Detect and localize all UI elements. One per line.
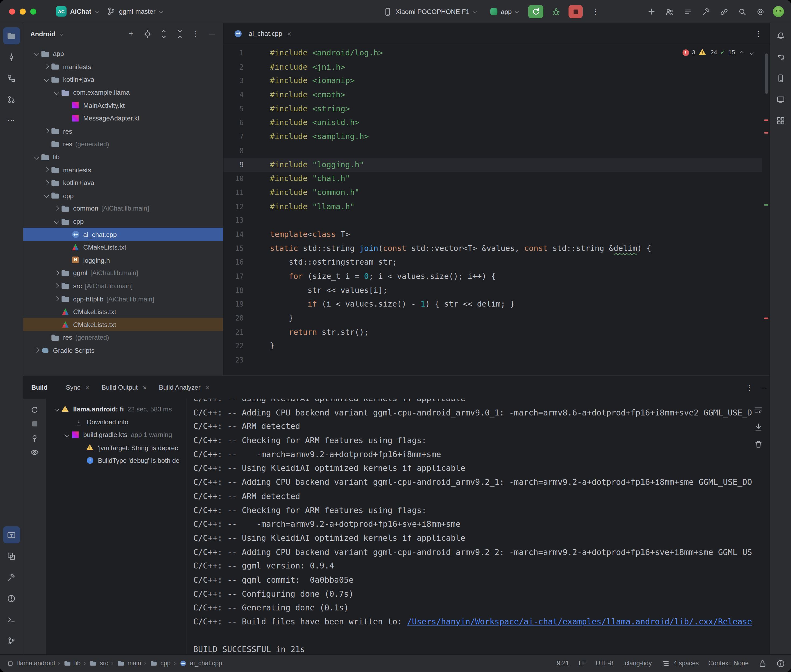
- code-line-15[interactable]: 15static std::string join(const std::vec…: [223, 242, 762, 256]
- chevron-right-icon[interactable]: [32, 347, 41, 355]
- device-pairing-button[interactable]: [716, 4, 732, 19]
- breadcrumb-cpp[interactable]: cpp: [149, 659, 171, 667]
- code-line-12[interactable]: 12#include "llama.h": [223, 200, 762, 214]
- tree-item-res[interactable]: res: [23, 125, 223, 138]
- tree-item-src[interactable]: src[AiChat.lib.main]: [23, 280, 223, 293]
- run-button[interactable]: [528, 5, 543, 18]
- app-inspection-tool-button[interactable]: [3, 547, 20, 565]
- editor-tab-ai-chat-cpp[interactable]: ai_chat.cpp: [228, 23, 298, 44]
- console-link[interactable]: /Users/hanyin/Workspace/ai-chat/examples…: [407, 617, 752, 627]
- analyzer-status[interactable]: .clang-tidy: [623, 660, 652, 667]
- tree-item-ai-chat-cpp[interactable]: ai_chat.cpp: [23, 228, 223, 241]
- filter-messages-button[interactable]: [27, 445, 42, 459]
- tree-item-ggml[interactable]: ggml[AiChat.lib.main]: [23, 267, 223, 280]
- breadcrumb-main[interactable]: main: [117, 659, 141, 667]
- running-devices-button[interactable]: [772, 91, 789, 108]
- tree-item-logging-h[interactable]: logging.h: [23, 254, 223, 267]
- chevron-right-icon[interactable]: [42, 166, 51, 174]
- version-control-tool-button[interactable]: [3, 632, 20, 649]
- project-tool-button[interactable]: [3, 27, 20, 44]
- zoom-window-button[interactable]: [30, 8, 36, 14]
- ai-assistant-button[interactable]: [644, 4, 659, 19]
- device-selector[interactable]: Xiaomi POCOPHONE F1: [379, 5, 481, 18]
- search-everywhere-button[interactable]: [735, 4, 749, 19]
- hide-build-panel-button[interactable]: [757, 381, 769, 394]
- code-line-7[interactable]: 7#include <sampling.h>: [223, 130, 762, 144]
- build-tab-build-analyzer[interactable]: Build Analyzer: [154, 376, 217, 398]
- project-view-mode[interactable]: Android: [30, 30, 55, 38]
- close-tab-icon[interactable]: [141, 383, 149, 391]
- build-tree-item-jvmtarget-string-is-deprec[interactable]: 'jvmTarget: String' is deprec: [46, 441, 186, 454]
- chevron-down-icon[interactable]: [53, 218, 61, 226]
- notifications-button[interactable]: [772, 27, 789, 44]
- stop-button[interactable]: [569, 5, 583, 18]
- tree-item-mainactivity-kt[interactable]: MainActivity.kt: [23, 99, 223, 112]
- structure-tool-button[interactable]: [3, 70, 20, 87]
- chevron-right-icon[interactable]: [53, 295, 61, 303]
- debug-button[interactable]: [549, 4, 563, 19]
- code-line-17[interactable]: 17 for (size_t i = 0; i < values.size();…: [223, 270, 762, 284]
- info-icon[interactable]: [777, 659, 785, 668]
- scrollbar-error-mark[interactable]: [764, 318, 769, 319]
- chevron-down-icon[interactable]: [63, 431, 71, 439]
- code-line-1[interactable]: 1#include <android/log.h>: [223, 46, 762, 60]
- tree-item-manifests[interactable]: manifests: [23, 60, 223, 73]
- file-encoding[interactable]: UTF-8: [595, 660, 613, 667]
- chevron-right-icon[interactable]: [53, 269, 61, 277]
- pin-tab-button[interactable]: [27, 431, 42, 445]
- code-line-22[interactable]: 22}: [223, 339, 762, 354]
- scroll-to-end-button[interactable]: [751, 420, 765, 434]
- chevron-right-icon[interactable]: [53, 205, 61, 213]
- hide-panel-button[interactable]: [206, 28, 218, 40]
- code-with-me-button[interactable]: [662, 4, 677, 19]
- expand-all-button[interactable]: [157, 28, 170, 40]
- clear-console-button[interactable]: [751, 437, 765, 451]
- build-options-button[interactable]: [743, 381, 755, 394]
- chevron-right-icon[interactable]: [53, 282, 61, 290]
- tree-item-cpp-httplib[interactable]: cpp-httplib[AiChat.lib.main]: [23, 293, 223, 306]
- profile-button[interactable]: [771, 4, 786, 19]
- chevron-right-icon[interactable]: [42, 62, 51, 71]
- minimize-window-button[interactable]: [20, 8, 26, 14]
- tree-item-app[interactable]: app: [23, 47, 223, 60]
- tree-item-manifests[interactable]: manifests: [23, 163, 223, 176]
- build-tab-sync[interactable]: Sync: [61, 376, 96, 398]
- resource-manager-button[interactable]: [772, 112, 789, 129]
- code-context[interactable]: Context: None: [708, 660, 749, 667]
- build-tree-item-buildtype-debug-is-both-de[interactable]: BuildType 'debug' is both de: [46, 454, 186, 467]
- stop-build-button[interactable]: [27, 417, 42, 431]
- scrollbar-ok-mark[interactable]: [764, 204, 769, 206]
- editor-options-button[interactable]: [752, 27, 764, 40]
- chevron-right-icon[interactable]: [42, 179, 51, 187]
- tree-item-cmakelists-txt[interactable]: CMakeLists.txt: [23, 241, 223, 254]
- chevron-down-icon[interactable]: [32, 153, 41, 161]
- breadcrumb-lib[interactable]: lib: [63, 659, 81, 667]
- code-line-19[interactable]: 19 if (i < values.size() - 1) { str << d…: [223, 298, 762, 312]
- more-tool-windows-button[interactable]: [3, 112, 20, 129]
- tree-item-cpp[interactable]: cpp: [23, 215, 223, 228]
- commit-tool-button[interactable]: [3, 48, 20, 66]
- chevron-down-icon[interactable]: [53, 405, 61, 413]
- code-line-10[interactable]: 10#include "chat.h": [223, 172, 762, 186]
- tree-item-kotlin-java[interactable]: kotlin+java: [23, 176, 223, 189]
- tree-item-com-example-llama[interactable]: com.example.llama: [23, 86, 223, 99]
- breadcrumb-ai-chat-cpp[interactable]: ai_chat.cpp: [179, 659, 222, 667]
- gradle-tool-button[interactable]: [772, 48, 789, 66]
- code-line-13[interactable]: 13: [223, 214, 762, 228]
- code-line-16[interactable]: 16 std::ostringstream str;: [223, 256, 762, 270]
- locate-file-button[interactable]: [141, 28, 153, 40]
- logcat-tool-button[interactable]: [3, 526, 20, 544]
- tree-item-cpp[interactable]: cpp: [23, 189, 223, 202]
- build-panel-title[interactable]: Build: [31, 384, 48, 391]
- code-line-18[interactable]: 18 str << values[i];: [223, 284, 762, 298]
- indent-size[interactable]: 4 spaces: [673, 660, 699, 667]
- tree-item-res[interactable]: res(generated): [23, 138, 223, 150]
- line-separator[interactable]: LF: [579, 660, 586, 667]
- close-tab-icon[interactable]: [285, 30, 294, 38]
- scrollbar-error-mark[interactable]: [764, 132, 769, 134]
- tree-item-cmakelists-txt[interactable]: CMakeLists.txt: [23, 306, 223, 318]
- close-window-button[interactable]: [9, 8, 15, 14]
- chevron-right-icon[interactable]: [42, 127, 51, 135]
- tree-item-cmakelists-txt[interactable]: CMakeLists.txt: [23, 318, 223, 331]
- tree-item-kotlin-java[interactable]: kotlin+java: [23, 73, 223, 86]
